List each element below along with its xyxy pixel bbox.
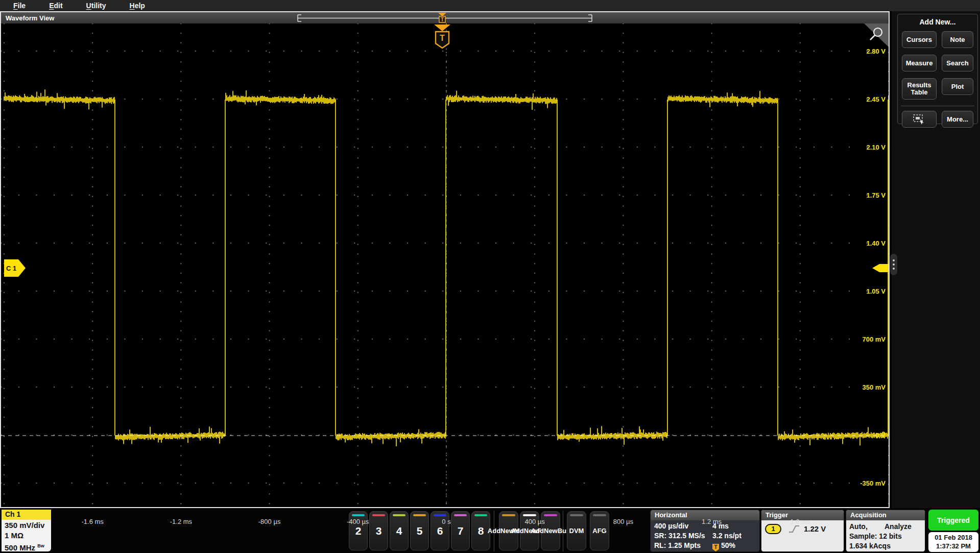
trigger-position-letter: T: [441, 17, 444, 22]
y-axis-label: -350 mV: [860, 479, 886, 487]
channel1-bw-limit: Bw: [37, 543, 44, 548]
x-axis-label: -800 µs: [258, 518, 281, 525]
trigger-level-arrow[interactable]: [872, 264, 889, 272]
horizontal-record-length: RL: 1.25 Mpts: [654, 541, 701, 549]
dvm-stripe: [570, 514, 583, 516]
zoom-corner[interactable]: [864, 23, 889, 47]
x-axis-label: -1.2 ms: [170, 518, 192, 525]
x-axis-label: 400 µs: [525, 518, 545, 525]
date: 01 Feb 2018: [935, 534, 972, 541]
rising-edge-icon: [788, 524, 800, 534]
menu-file[interactable]: File: [13, 2, 26, 10]
acquisition-sample: Sample: 12 bits: [849, 532, 902, 540]
channel-5-button[interactable]: 5: [410, 511, 429, 550]
trigger-marker-letter: T: [440, 34, 445, 42]
channel-7-button[interactable]: 7: [451, 511, 470, 550]
horizontal-sample-rate: SR: 312.5 MS/s: [654, 532, 705, 540]
add-new-panel: Add New... CursorsNoteMeasureSearchResul…: [897, 14, 978, 124]
add-new-plot-button[interactable]: Plot: [942, 78, 973, 95]
x-axis-label: 0 s: [442, 518, 450, 525]
panel-drag-handle[interactable]: [890, 254, 897, 275]
y-axis-label: 1.75 V: [866, 191, 886, 199]
y-axis-label: 2.10 V: [866, 143, 886, 151]
y-axis-label: 1.05 V: [866, 287, 886, 295]
add-new-search-button[interactable]: Search: [942, 55, 973, 71]
add-new-grid: CursorsNoteMeasureSearchResults TablePlo…: [898, 26, 977, 100]
channel-8-color-stripe: [474, 514, 487, 516]
y-axis-label: 1.40 V: [866, 239, 886, 247]
channel1-settings: 350 mV/div 1 MΩ 500 MHz Bw: [2, 520, 51, 551]
trigger-source-badge: 1: [765, 524, 781, 534]
trigger-position-caret-icon[interactable]: [438, 13, 446, 16]
channel-5-color-stripe: [413, 514, 426, 516]
channel-3-color-stripe: [372, 514, 385, 516]
dvm-button[interactable]: DVM: [567, 511, 586, 550]
y-axis-label: 2.80 V: [866, 47, 886, 55]
graticule[interactable]: C 1T 2.80 V2.45 V2.10 V1.75 V1.40 V1.05 …: [1, 23, 889, 507]
channel-7-color-stripe: [454, 514, 467, 516]
channel-4-color-stripe: [393, 514, 405, 516]
channel-4-button[interactable]: 4: [390, 511, 409, 550]
graticule-dots-horizontal: [1, 51, 889, 483]
horizontal-position-indicator[interactable]: T: [1, 12, 889, 23]
x-axis-label: 1.2 ms: [702, 518, 722, 525]
horizontal-resolution: 3.2 ns/pt: [712, 532, 742, 540]
acquisition-mode: Auto,: [849, 522, 868, 531]
x-axis-label: -400 µs: [347, 518, 369, 525]
menu-edit[interactable]: Edit: [49, 2, 62, 10]
more-button[interactable]: More...: [942, 111, 973, 128]
x-axis-label: -1.6 ms: [82, 518, 104, 525]
acquisition-analyze: Analyze: [885, 522, 912, 531]
add-new-note-button[interactable]: Note: [942, 31, 973, 48]
trigger-marker-caret-icon[interactable]: [434, 25, 450, 31]
y-axis-label: 350 mV: [862, 383, 886, 391]
acquisition-count: 1.634 kAcqs: [849, 542, 891, 550]
triggered-status-badge: Triggered: [928, 510, 978, 531]
channel1-scale: 350 mV/div: [5, 521, 44, 530]
y-axis-label: 0 V: [875, 431, 886, 439]
add-new-measure-button[interactable]: Measure: [902, 55, 937, 71]
acquisition-panel-title: Acquisition: [846, 510, 925, 520]
channel1-impedance: 1 MΩ: [5, 531, 23, 540]
channel-3-button[interactable]: 3: [369, 511, 388, 550]
horizontal-scale: 400 µs/div: [654, 522, 688, 530]
menu-utility[interactable]: Utility: [86, 2, 106, 10]
afg-stripe: [593, 514, 606, 516]
trigger-level: 1.22 V: [804, 524, 826, 533]
channel-6-button[interactable]: 6: [431, 511, 449, 550]
add-new-title: Add New...: [898, 18, 977, 26]
menu-bar: FileEditUtilityHelp: [0, 0, 980, 11]
channel1-flag-label: C 1: [6, 265, 16, 272]
add-new-bus-button[interactable]: AddNewBus: [541, 511, 560, 550]
draw-zoom-box-icon: [913, 114, 926, 125]
channel1-badge[interactable]: Ch 1 350 mV/div 1 MΩ 500 MHz Bw: [2, 510, 51, 551]
channel-2-button[interactable]: 2: [349, 511, 368, 550]
channel1-name: Ch 1: [2, 510, 51, 520]
math-color-stripe: [502, 514, 515, 516]
menu-help[interactable]: Help: [130, 2, 145, 10]
channel-6-color-stripe: [434, 514, 446, 516]
x-axis-label: 1.6 ms: [790, 518, 810, 525]
time: 1:37:32 PM: [936, 542, 971, 550]
x-axis-label: 800 µs: [613, 518, 633, 525]
channel1-bandwidth: 500 MHz: [5, 543, 35, 551]
draw-zoom-box-button[interactable]: [902, 111, 937, 128]
trigger-flag-icon: T: [712, 544, 719, 551]
y-axis-label: 2.45 V: [866, 95, 886, 103]
afg-button[interactable]: AFG: [590, 511, 609, 550]
horizontal-position: T 50%: [712, 541, 735, 551]
bus-color-stripe: [544, 514, 557, 516]
add-new-results-table-button[interactable]: Results Table: [902, 78, 937, 100]
ref-color-stripe: [523, 514, 536, 516]
datetime-display: 01 Feb 2018 1:37:32 PM: [928, 532, 978, 552]
channel-2-color-stripe: [352, 514, 365, 516]
magnifier-handle-icon: [870, 35, 875, 40]
add-new-cursors-button[interactable]: Cursors: [902, 31, 937, 48]
y-axis-label: 700 mV: [862, 335, 886, 343]
